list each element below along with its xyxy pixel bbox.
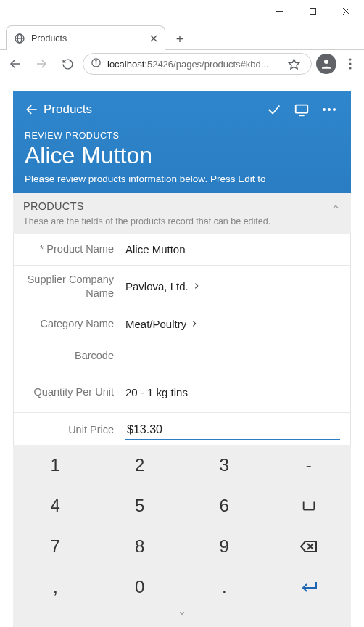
- unit-price-input[interactable]: [125, 420, 340, 440]
- label-barcode: Barcode: [24, 349, 125, 363]
- page-content: Products REVIEW PRODUCTS Alice Mutton Pl…: [0, 78, 364, 627]
- key-comma[interactable]: ,: [13, 567, 98, 607]
- window-titlebar: [0, 0, 364, 23]
- row-supplier[interactable]: Supplier Company Name Pavlova, Ltd.: [14, 266, 350, 308]
- address-bar[interactable]: localhost:52426/pages/products#kbd...: [83, 53, 312, 75]
- numeric-keypad: 1 2 3 - 4 5 6 7 8 9 , 0 .: [13, 445, 351, 607]
- key-4[interactable]: 4: [13, 485, 98, 526]
- key-dot[interactable]: .: [182, 567, 267, 607]
- row-product-name[interactable]: * Product Name Alice Mutton: [14, 234, 350, 266]
- label-product-name: * Product Name: [24, 242, 125, 256]
- row-category[interactable]: Category Name Meat/Poultry: [14, 308, 350, 340]
- key-5[interactable]: 5: [98, 485, 183, 526]
- new-tab-button[interactable]: +: [170, 29, 190, 49]
- value-supplier: Pavlova, Ltd.: [125, 280, 189, 292]
- browser-menu-button[interactable]: [341, 58, 360, 70]
- chevron-right-icon: [191, 318, 198, 330]
- nav-reload-button[interactable]: [57, 53, 78, 75]
- svg-point-24: [333, 108, 336, 111]
- page-title: Alice Mutton: [25, 142, 339, 169]
- key-6[interactable]: 6: [182, 485, 267, 526]
- key-backspace[interactable]: [267, 526, 352, 567]
- header-confirm-button[interactable]: [264, 102, 284, 118]
- url-text: localhost:52426/pages/products#kbd...: [107, 59, 278, 70]
- key-7[interactable]: 7: [13, 526, 98, 567]
- svg-point-13: [96, 60, 96, 61]
- form: * Product Name Alice Mutton Supplier Com…: [13, 234, 351, 445]
- key-3[interactable]: 3: [182, 445, 267, 485]
- header-back-label: Products: [44, 102, 92, 117]
- row-qty-per-unit[interactable]: Quantity Per Unit 20 - 1 kg tins: [14, 372, 350, 413]
- svg-point-23: [328, 108, 331, 111]
- nav-forward-button[interactable]: [30, 53, 52, 75]
- tab-strip: Products +: [0, 23, 364, 49]
- key-8[interactable]: 8: [98, 526, 183, 567]
- label-unit-price: Unit Price: [24, 423, 125, 437]
- value-product-name: Alice Mutton: [125, 243, 340, 255]
- tab-close-icon[interactable]: [150, 33, 157, 44]
- section-header[interactable]: PRODUCTS These are the fields of the pro…: [13, 193, 351, 234]
- review-stage-label: REVIEW PRODUCTS: [25, 131, 339, 141]
- app-header: Products REVIEW PRODUCTS Alice Mutton Pl…: [13, 91, 351, 193]
- row-unit-price[interactable]: Unit Price: [14, 413, 350, 445]
- svg-marker-14: [289, 59, 299, 68]
- key-2[interactable]: 2: [98, 445, 183, 485]
- browser-tab[interactable]: Products: [6, 25, 165, 50]
- window-maximize-button[interactable]: [296, 0, 329, 22]
- header-back-button[interactable]: Products: [25, 102, 92, 117]
- profile-avatar[interactable]: [316, 54, 336, 74]
- key-1[interactable]: 1: [13, 445, 98, 485]
- header-display-button[interactable]: [291, 102, 312, 118]
- key-0[interactable]: 0: [98, 567, 183, 607]
- label-category: Category Name: [24, 317, 125, 331]
- section-desc: These are the fields of the products rec…: [23, 216, 341, 226]
- svg-point-15: [324, 60, 328, 64]
- bookmark-star-icon[interactable]: [284, 58, 304, 70]
- chevron-right-icon: [193, 280, 200, 292]
- svg-point-16: [349, 58, 351, 60]
- label-supplier: Supplier Company Name: [24, 273, 125, 300]
- row-barcode[interactable]: Barcode: [14, 340, 350, 372]
- browser-toolbar: localhost:52426/pages/products#kbd...: [0, 49, 364, 78]
- window-close-button[interactable]: [329, 0, 363, 22]
- key-9[interactable]: 9: [182, 526, 267, 567]
- value-category: Meat/Poultry: [125, 318, 186, 330]
- section-collapse-icon[interactable]: [331, 202, 341, 215]
- nav-back-button[interactable]: [4, 53, 26, 75]
- svg-point-22: [323, 108, 326, 111]
- globe-icon: [14, 33, 25, 44]
- svg-point-17: [349, 62, 351, 65]
- section-title: PRODUCTS: [23, 200, 341, 212]
- svg-rect-1: [310, 8, 315, 14]
- svg-point-18: [349, 67, 351, 69]
- site-info-icon[interactable]: [91, 57, 102, 70]
- key-enter[interactable]: [267, 567, 352, 607]
- keypad-collapse-button[interactable]: [13, 607, 351, 627]
- review-hint: Please review products information below…: [25, 173, 339, 184]
- window-minimize-button[interactable]: [262, 0, 296, 22]
- key-cursor-end[interactable]: [267, 485, 352, 526]
- tab-title: Products: [31, 33, 144, 44]
- svg-rect-20: [296, 105, 308, 113]
- header-more-button[interactable]: [319, 107, 339, 112]
- label-qty-per-unit: Quantity Per Unit: [24, 385, 125, 399]
- key-dash[interactable]: -: [267, 445, 352, 485]
- value-qty-per-unit: 20 - 1 kg tins: [125, 386, 340, 398]
